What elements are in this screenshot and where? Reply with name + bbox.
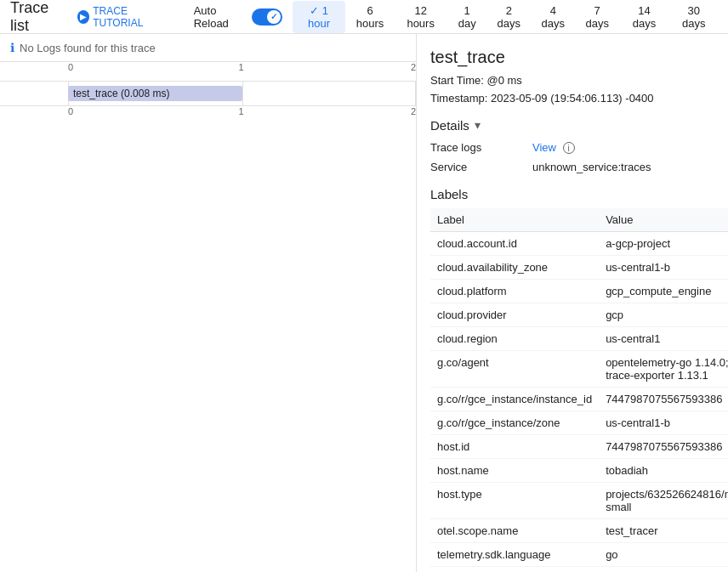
timeline-bottom-axis: 0 1 2 <box>0 105 416 125</box>
table-row: host.id7447987075567593386 <box>430 435 728 459</box>
trace-logs-label: Trace logs <box>430 141 532 154</box>
table-row: cloud.regionus-central1 <box>430 327 728 351</box>
chevron-down-icon: ▾ <box>475 118 481 132</box>
value-cell: a-gcp-project <box>599 232 728 256</box>
bottom-tick-1: 1 <box>239 106 244 116</box>
value-cell: opentelemetry <box>599 567 728 572</box>
trace-logs-value: View i <box>532 141 575 155</box>
timestamp: Timestamp: 2023-05-09 (19:54:06.113) -04… <box>430 90 714 108</box>
table-row: g.co/agentopentelemetry-go 1.14.0; googl… <box>430 351 728 388</box>
right-panel[interactable]: test_trace Start Time: @0 ms Timestamp: … <box>417 34 728 572</box>
info-icon: ℹ <box>10 41 14 54</box>
table-row: otel.scope.nametest_tracer <box>430 519 728 543</box>
label-cell: g.co/agent <box>430 351 599 388</box>
trace-logs-info-icon[interactable]: i <box>563 142 575 154</box>
time-btn-7days[interactable]: 7 days <box>576 1 618 33</box>
time-range-buttons: 1 hour 6 hours 12 hours 1 day 2 days 4 d… <box>293 1 718 33</box>
value-cell: us-central1 <box>599 327 728 351</box>
trace-bar[interactable]: test_trace (0.008 ms) <box>68 86 242 101</box>
info-bar: ℹ No Logs found for this trace <box>0 34 416 62</box>
trace-tutorial-badge[interactable]: ▶ TRACE TUTORIAL <box>77 5 173 29</box>
trace-logs-row: Trace logs View i <box>430 141 714 155</box>
label-cell: telemetry.sdk.name <box>430 567 599 572</box>
value-cell: test_tracer <box>599 519 728 543</box>
timeline-area[interactable]: 0 1 2 test_trace (0.008 ms) <box>0 62 416 572</box>
label-cell: host.name <box>430 459 599 483</box>
label-cell: g.co/r/gce_instance/zone <box>430 411 599 435</box>
table-row: cloud.providergcp <box>430 303 728 327</box>
bottom-tick-0: 0 <box>68 106 73 116</box>
label-column-header: Label <box>430 208 599 232</box>
axis-tick-1: 1 <box>239 62 244 72</box>
label-cell: cloud.account.id <box>430 232 599 256</box>
timeline-top-axis: 0 1 2 <box>0 62 416 82</box>
label-cell: cloud.platform <box>430 280 599 303</box>
time-btn-1day[interactable]: 1 day <box>448 1 486 33</box>
info-message: No Logs found for this trace <box>20 42 156 54</box>
label-cell: g.co/r/gce_instance/instance_id <box>430 388 599 411</box>
time-btn-14days[interactable]: 14 days <box>620 1 668 33</box>
auto-reload-label: Auto Reload <box>194 4 247 30</box>
trace-logs-link[interactable]: View <box>532 141 556 154</box>
left-panel: ℹ No Logs found for this trace 0 1 2 <box>0 34 417 572</box>
value-cell: gcp <box>599 303 728 327</box>
table-row: host.nametobadiah <box>430 459 728 483</box>
label-cell: telemetry.sdk.language <box>430 543 599 567</box>
label-cell: cloud.provider <box>430 303 599 327</box>
toggle-check-icon: ✓ <box>270 12 277 21</box>
trace-bar-label: test_trace (0.008 ms) <box>73 88 169 99</box>
auto-reload-control: Auto Reload ✓ <box>194 4 282 30</box>
table-row: g.co/r/gce_instance/zoneus-central1-b <box>430 411 728 435</box>
grid-line-1 <box>242 82 243 105</box>
page-title: Trace list <box>10 0 67 35</box>
label-cell: otel.scope.name <box>430 519 599 543</box>
main-content: ℹ No Logs found for this trace 0 1 2 <box>0 34 728 572</box>
value-cell: 7447987075567593386 <box>599 435 728 459</box>
time-btn-1hour[interactable]: 1 hour <box>293 1 345 33</box>
value-column-header: Value <box>599 208 728 232</box>
trace-name: test_trace <box>430 48 714 67</box>
header: Trace list ▶ TRACE TUTORIAL Auto Reload … <box>0 0 728 34</box>
table-row: g.co/r/gce_instance/instance_id744798707… <box>430 388 728 411</box>
grid-line-2 <box>415 82 416 105</box>
value-cell: 7447987075567593386 <box>599 388 728 411</box>
table-row: cloud.platformgcp_compute_engine <box>430 280 728 303</box>
table-row: telemetry.sdk.languagego <box>430 543 728 567</box>
service-value: unknown_service:traces <box>532 161 651 173</box>
value-cell: us-central1-b <box>599 411 728 435</box>
label-cell: host.type <box>430 483 599 519</box>
tutorial-icon: ▶ <box>77 10 90 24</box>
time-btn-6hours[interactable]: 6 hours <box>347 1 393 33</box>
value-cell: us-central1-b <box>599 256 728 280</box>
value-cell: gcp_compute_engine <box>599 280 728 303</box>
value-cell: go <box>599 543 728 567</box>
value-cell: tobadiah <box>599 459 728 483</box>
table-row: cloud.account.ida-gcp-project <box>430 232 728 256</box>
time-btn-2days[interactable]: 2 days <box>487 1 530 33</box>
tutorial-label: TRACE TUTORIAL <box>93 5 173 29</box>
table-row: host.typeprojects/632526624816/machineTy… <box>430 483 728 519</box>
label-cell: host.id <box>430 435 599 459</box>
time-btn-12hours[interactable]: 12 hours <box>395 1 446 33</box>
table-row: telemetry.sdk.nameopentelemetry <box>430 567 728 572</box>
value-cell: projects/632526624816/machineTypes/e2-sm… <box>599 483 728 519</box>
start-time: Start Time: @0 ms <box>430 72 714 90</box>
time-btn-4days[interactable]: 4 days <box>532 1 574 33</box>
details-header[interactable]: Details ▾ <box>430 118 714 133</box>
value-cell: opentelemetry-go 1.14.0; google-cloud-tr… <box>599 351 728 388</box>
labels-table: Label Value cloud.account.ida-gcp-projec… <box>430 208 728 572</box>
axis-tick-2: 2 <box>411 62 416 72</box>
time-btn-30days[interactable]: 30 days <box>670 1 718 33</box>
details-label: Details <box>430 118 469 133</box>
table-row: cloud.availability_zoneus-central1-b <box>430 256 728 280</box>
timeline-row-chart: test_trace (0.008 ms) <box>68 82 416 105</box>
timeline-row[interactable]: test_trace (0.008 ms) <box>0 82 416 105</box>
labels-title: Labels <box>430 187 714 201</box>
auto-reload-toggle[interactable]: ✓ <box>252 8 282 25</box>
label-cell: cloud.availability_zone <box>430 256 599 280</box>
label-cell: cloud.region <box>430 327 599 351</box>
service-label: Service <box>430 161 532 173</box>
bottom-tick-2: 2 <box>411 106 416 116</box>
axis-tick-0: 0 <box>68 62 73 72</box>
service-row: Service unknown_service:traces <box>430 161 714 173</box>
